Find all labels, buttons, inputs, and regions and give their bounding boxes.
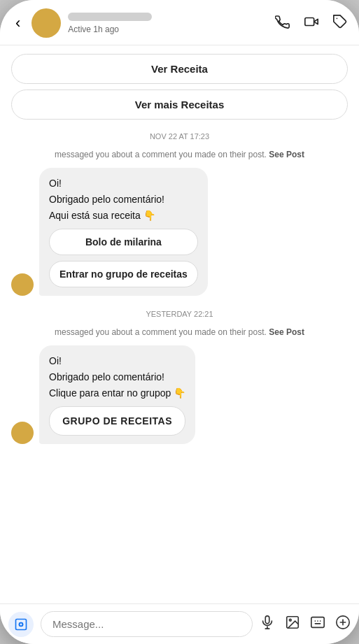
bubble-1-btn-1[interactable]: Entrar no grupo de receitas [49,261,198,287]
image-icon[interactable] [285,615,300,634]
timestamp-1: NOV 22 AT 17:23 [11,132,348,141]
phone-icon[interactable] [275,14,290,33]
svg-point-8 [289,619,291,621]
svg-rect-4 [265,615,269,623]
quick-reply-ver-receita[interactable]: Ver Receita [11,54,348,84]
back-button[interactable]: ‹ [11,11,24,35]
sender-avatar-1 [11,273,34,296]
timestamp-2: YESTERDAY 22:21 [11,310,348,318]
bubble-1-line-2: Obrigado pelo comentário! [49,192,198,207]
quick-reply-ver-mais-receitas[interactable]: Ver mais Receitas [11,90,348,120]
bubble-2-line-3: Clique para entar no grupop 👇 [49,386,185,401]
chat-area: Ver Receita Ver mais Receitas NOV 22 AT … [0,45,359,603]
svg-rect-0 [305,17,314,25]
message-input[interactable] [41,611,253,637]
sticker-icon[interactable] [310,615,325,634]
bubble-1-line-3: Aqui está sua receita 👇 [49,208,198,223]
contact-info: Active 1h ago [68,13,268,34]
see-post-link-1[interactable]: See Post [269,150,304,159]
bubble-1-btn-0[interactable]: Bolo de milarina [49,229,198,255]
svg-point-3 [20,622,23,626]
contact-avatar [31,8,61,38]
video-icon[interactable] [303,14,320,33]
contact-status: Active 1h ago [68,24,268,34]
sender-avatar-2 [11,422,34,444]
tag-icon[interactable] [332,14,348,33]
header-action-icons [275,14,348,33]
bubble-2-btn-0[interactable]: GRUPO DE RECEITAS [49,406,185,436]
system-msg-1: messaged you about a comment you made on… [11,149,348,161]
message-row-2: Oi! Obrigado pelo comentário! Clique par… [11,345,348,444]
camera-button[interactable] [8,612,34,637]
input-bar [0,603,359,644]
add-icon[interactable] [335,615,351,634]
input-action-icons [260,615,351,634]
bubble-2-line-1: Oi! [49,354,185,368]
mic-icon[interactable] [260,615,275,634]
message-row-1: Oi! Obrigado pelo comentário! Aqui está … [11,168,348,296]
bubble-1-line-1: Oi! [49,176,198,191]
contact-name-placeholder [68,13,152,21]
message-bubble-1: Oi! Obrigado pelo comentário! Aqui está … [39,168,208,296]
system-msg-2: messaged you about a comment you made on… [11,327,348,338]
chat-header: ‹ Active 1h ago [0,0,359,45]
phone-frame: ‹ Active 1h ago Ver Receita Ver mais Rec… [0,0,359,644]
svg-rect-9 [311,617,324,627]
see-post-link-2[interactable]: See Post [269,327,304,337]
message-bubble-2: Oi! Obrigado pelo comentário! Clique par… [39,345,195,444]
bubble-2-line-2: Obrigado pelo comentário! [49,370,185,385]
